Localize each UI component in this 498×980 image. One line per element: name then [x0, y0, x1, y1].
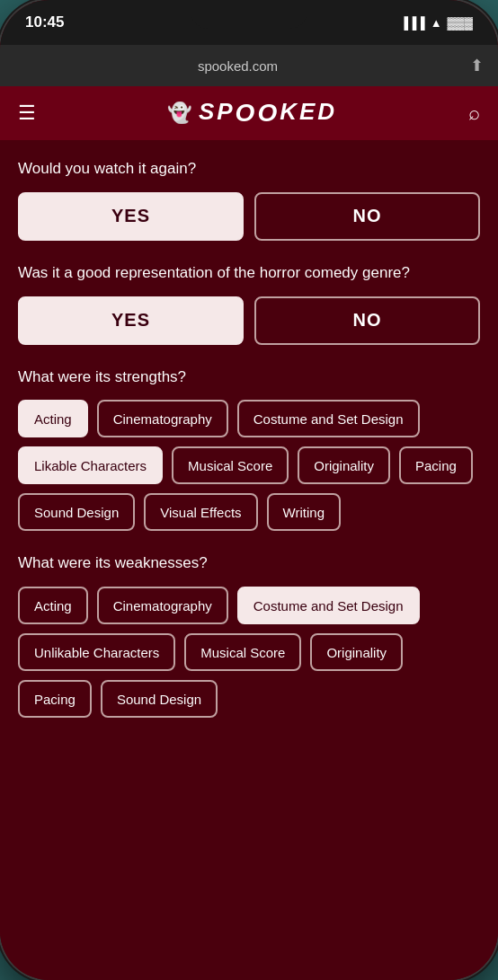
- browser-url: spooked.com: [14, 58, 461, 74]
- strength-visual-tag[interactable]: Visual Effects: [144, 493, 257, 531]
- watch-again-buttons: YES NO: [18, 192, 480, 241]
- weakness-acting-tag[interactable]: Acting: [18, 587, 88, 624]
- strength-sound-tag[interactable]: Sound Design: [18, 493, 135, 531]
- watch-again-yes-button[interactable]: YES: [18, 192, 244, 241]
- header-logo: 👻 SPooKED: [167, 98, 337, 128]
- strength-likable-tag[interactable]: Likable Characters: [18, 446, 163, 484]
- logo-text: SPooKED: [199, 98, 337, 128]
- search-icon[interactable]: ⌕: [468, 102, 480, 125]
- strength-cinematography-tag[interactable]: Cinematography: [97, 400, 228, 437]
- weakness-unlikable-tag[interactable]: Unlikable Characters: [18, 633, 175, 671]
- weaknesses-tags: Acting Cinematography Costume and Set De…: [18, 587, 480, 718]
- browser-bar: spooked.com ⬆: [0, 45, 498, 86]
- strength-acting-tag[interactable]: Acting: [18, 400, 88, 437]
- status-time: 10:45: [25, 13, 64, 31]
- menu-icon[interactable]: ☰: [18, 102, 36, 125]
- weakness-costume-tag[interactable]: Costume and Set Design: [237, 587, 420, 624]
- strengths-tags: Acting Cinematography Costume and Set De…: [18, 400, 480, 531]
- notch: [191, 0, 307, 29]
- weakness-sound-tag[interactable]: Sound Design: [101, 680, 218, 718]
- strength-costume-tag[interactable]: Costume and Set Design: [237, 400, 420, 437]
- phone-screen: 10:45 ▐▐▐ ▲ ▓▓▓ spooked.com ⬆ ☰ 👻 SPooKE…: [0, 0, 498, 980]
- weakness-cinematography-tag[interactable]: Cinematography: [97, 587, 228, 624]
- watch-again-label: Would you watch it again?: [18, 158, 480, 180]
- strength-writing-tag[interactable]: Writing: [267, 493, 341, 531]
- weakness-originality-tag[interactable]: Originality: [310, 633, 403, 671]
- status-icons: ▐▐▐ ▲ ▓▓▓: [400, 16, 473, 30]
- weaknesses-label: What were its weaknesses?: [18, 552, 480, 574]
- strength-pacing-tag[interactable]: Pacing: [399, 446, 473, 484]
- watch-again-section: Would you watch it again? YES NO: [18, 158, 480, 241]
- strength-originality-tag[interactable]: Originality: [298, 446, 390, 484]
- weaknesses-section: What were its weaknesses? Acting Cinemat…: [18, 552, 480, 718]
- horror-comedy-no-button[interactable]: NO: [254, 296, 480, 345]
- wifi-icon: ▲: [431, 16, 442, 30]
- horror-comedy-section: Was it a good representation of the horr…: [18, 262, 480, 345]
- main-content: Would you watch it again? YES NO Was it …: [0, 140, 498, 980]
- battery-icon: ▓▓▓: [448, 16, 473, 30]
- share-icon[interactable]: ⬆: [470, 56, 484, 75]
- app-header: ☰ 👻 SPooKED ⌕: [0, 86, 498, 140]
- strength-musical-tag[interactable]: Musical Score: [172, 446, 289, 484]
- horror-comedy-buttons: YES NO: [18, 296, 480, 345]
- weakness-pacing-tag[interactable]: Pacing: [18, 680, 92, 718]
- ghost-icon: 👻: [167, 102, 191, 125]
- horror-comedy-yes-button[interactable]: YES: [18, 296, 244, 345]
- signal-icon: ▐▐▐: [400, 16, 425, 30]
- horror-comedy-label: Was it a good representation of the horr…: [18, 262, 480, 284]
- strengths-label: What were its strengths?: [18, 366, 480, 388]
- weakness-musical-tag[interactable]: Musical Score: [184, 633, 301, 671]
- watch-again-no-button[interactable]: NO: [254, 192, 480, 241]
- phone-frame: 10:45 ▐▐▐ ▲ ▓▓▓ spooked.com ⬆ ☰ 👻 SPooKE…: [0, 0, 498, 980]
- strengths-section: What were its strengths? Acting Cinemato…: [18, 366, 480, 532]
